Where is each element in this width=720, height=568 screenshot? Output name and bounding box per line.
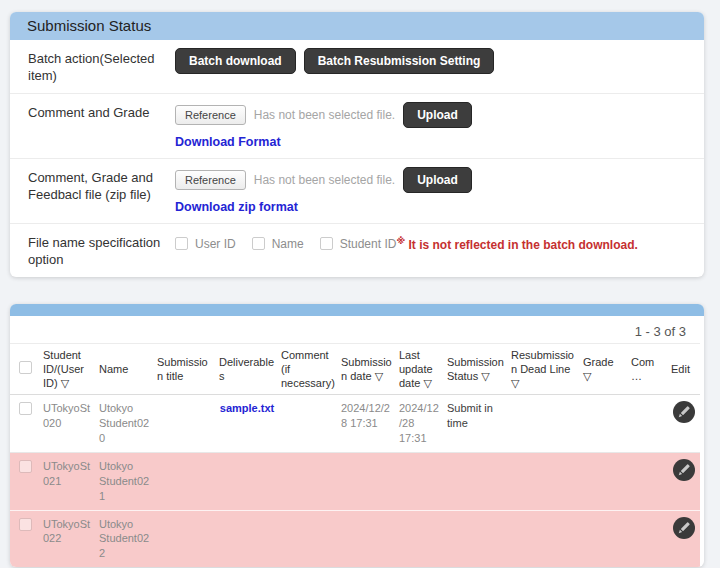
name-checkbox-label: Name <box>272 237 304 251</box>
col-name: Name <box>96 343 154 395</box>
col-submission-title: Submission title <box>154 343 216 395</box>
cell-comment <box>278 452 338 510</box>
col-deliverables: Deliverables <box>216 343 278 395</box>
select-all-checkbox[interactable] <box>19 361 32 374</box>
col-submission-date[interactable]: Submission date ▽ <box>338 343 396 395</box>
cell-deliverables <box>216 510 278 567</box>
cell-name: Utokyo Student022 <box>96 510 154 567</box>
table-header-row: Student ID/(User ID) ▽ Name Submission t… <box>10 343 700 395</box>
col-comment: Comment (if necessary) <box>278 343 338 395</box>
cell-submission-status <box>444 510 508 567</box>
col-grade[interactable]: Grade ▽ <box>580 343 628 395</box>
cell-submission-date <box>338 510 396 567</box>
cell-com <box>628 395 668 453</box>
cell-grade <box>580 510 628 567</box>
zip-upload-label: Comment, Grade and Feedbacl file (zip fi… <box>28 167 165 204</box>
edit-pencil-button[interactable] <box>673 517 695 539</box>
cell-student-id: UTokyoSt022 <box>40 510 96 567</box>
edit-pencil-button[interactable] <box>673 459 695 481</box>
edit-pencil-button[interactable] <box>673 401 695 423</box>
cell-last-update-date <box>396 510 444 567</box>
cell-submission-date <box>338 452 396 510</box>
page: Submission Status Batch action(Selected … <box>0 0 720 568</box>
upload-button[interactable]: Upload <box>403 167 472 193</box>
file-empty-text: Has not been selected file. <box>254 108 395 122</box>
submission-table: Student ID/(User ID) ▽ Name Submission t… <box>10 343 700 567</box>
cell-grade <box>580 452 628 510</box>
batch-action-row: Batch action(Selected item) Batch downlo… <box>10 40 704 93</box>
panel-title: Submission Status <box>10 12 704 40</box>
cell-resubmission-deadline <box>508 452 580 510</box>
col-edit: Edit <box>668 343 700 395</box>
cell-student-id: UTokyoSt021 <box>40 452 96 510</box>
table-row: UTokyoSt021 Utokyo Student021 <box>10 452 700 510</box>
cell-submission-title <box>154 510 216 567</box>
user-id-checkbox[interactable] <box>175 237 188 250</box>
cell-resubmission-deadline <box>508 395 580 453</box>
col-com: Com… <box>628 343 668 395</box>
submission-table-panel: 1 - 3 of 3 Student ID/(User ID) ▽ Name S… <box>10 304 704 567</box>
comment-grade-label: Comment and Grade <box>28 102 165 122</box>
cell-com <box>628 452 668 510</box>
reference-button[interactable]: Reference <box>175 170 246 190</box>
table-header-bar <box>10 304 704 316</box>
deliverable-file-link[interactable]: sample.txt <box>220 402 274 414</box>
user-id-checkbox-label: User ID <box>195 237 236 251</box>
table-row: UTokyoSt020 Utokyo Student020 sample.txt… <box>10 395 700 453</box>
filename-option-label: File name specification option <box>28 232 165 269</box>
download-zip-format-link[interactable]: Download zip format <box>175 200 298 214</box>
cell-last-update-date: 2024/12/28 17:31 <box>396 395 444 453</box>
batch-download-note: ※ It is not reflected in the batch downl… <box>396 236 637 252</box>
cell-name: Utokyo Student021 <box>96 452 154 510</box>
cell-student-id: UTokyoSt020 <box>40 395 96 453</box>
cell-comment <box>278 395 338 453</box>
file-empty-text: Has not been selected file. <box>254 173 395 187</box>
student-id-checkbox[interactable] <box>320 237 333 250</box>
cell-last-update-date <box>396 452 444 510</box>
cell-grade <box>580 395 628 453</box>
name-checkbox[interactable] <box>252 237 265 250</box>
cell-submission-title <box>154 452 216 510</box>
cell-submission-status: Submit in time <box>444 395 508 453</box>
pagination-status: 1 - 3 of 3 <box>10 316 704 343</box>
download-format-link[interactable]: Download Format <box>175 135 281 149</box>
cell-com <box>628 510 668 567</box>
cell-submission-title <box>154 395 216 453</box>
col-resubmission-deadline[interactable]: Resubmission Dead Line ▽ <box>508 343 580 395</box>
comment-grade-row-top: Comment and Grade Reference Has not been… <box>10 93 704 158</box>
batch-resubmission-setting-button[interactable]: Batch Resubmission Setting <box>304 48 495 74</box>
reference-button[interactable]: Reference <box>175 105 246 125</box>
cell-name: Utokyo Student020 <box>96 395 154 453</box>
filename-option-row-top: File name specification option User ID N… <box>10 223 704 277</box>
table-row: UTokyoSt022 Utokyo Student022 <box>10 510 700 567</box>
cell-deliverables <box>216 452 278 510</box>
row-checkbox[interactable] <box>19 460 32 473</box>
row-checkbox[interactable] <box>19 402 32 415</box>
batch-action-label: Batch action(Selected item) <box>28 48 165 85</box>
col-submission-status[interactable]: Submission Status ▽ <box>444 343 508 395</box>
submission-status-panel: Submission Status Batch action(Selected … <box>10 12 704 277</box>
col-student-id[interactable]: Student ID/(User ID) ▽ <box>40 343 96 395</box>
batch-download-button[interactable]: Batch download <box>175 48 296 74</box>
upload-button[interactable]: Upload <box>403 102 472 128</box>
cell-submission-date: 2024/12/28 17:31 <box>338 395 396 453</box>
zip-upload-row-top: Comment, Grade and Feedbacl file (zip fi… <box>10 158 704 223</box>
student-id-checkbox-label: Student ID <box>340 237 397 251</box>
cell-comment <box>278 510 338 567</box>
cell-submission-status <box>444 452 508 510</box>
cell-resubmission-deadline <box>508 510 580 567</box>
row-checkbox[interactable] <box>19 518 32 531</box>
col-last-update-date[interactable]: Last update date ▽ <box>396 343 444 395</box>
